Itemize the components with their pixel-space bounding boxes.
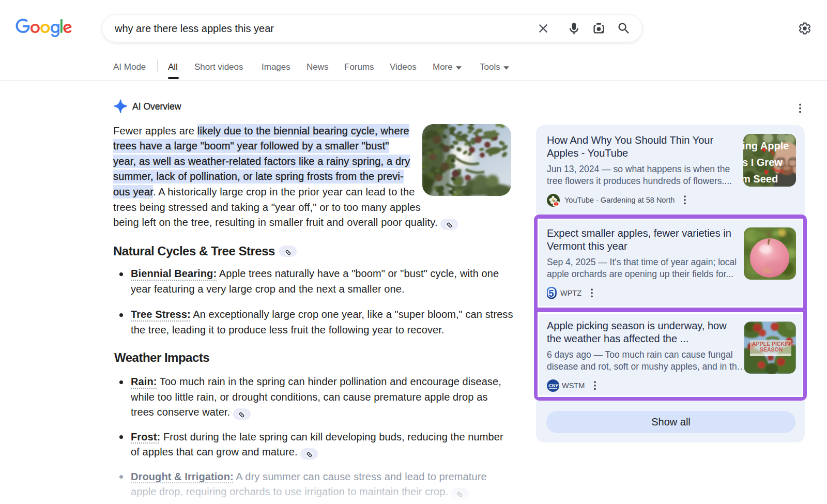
svg-text:CNY: CNY bbox=[548, 383, 559, 388]
svg-text:s I Grew: s I Grew bbox=[743, 157, 783, 168]
svg-text:m Seed: m Seed bbox=[743, 173, 778, 185]
svg-text:5: 5 bbox=[548, 287, 554, 298]
svg-text:SEASON: SEASON bbox=[760, 346, 783, 353]
svg-text:ing Apple: ing Apple bbox=[743, 140, 789, 151]
